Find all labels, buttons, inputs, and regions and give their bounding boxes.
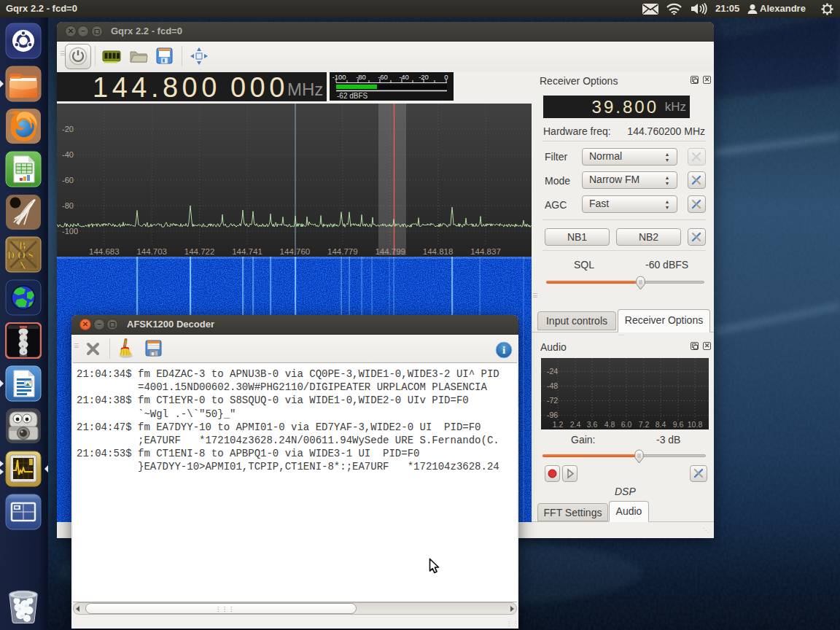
svg-text:-100: -100: [62, 227, 78, 236]
svg-text:144.818: 144.818: [423, 247, 454, 255]
svg-text:-80: -80: [62, 201, 74, 210]
svg-text:-80: -80: [356, 73, 366, 81]
svg-text:D: D: [7, 250, 15, 261]
svg-text:S: S: [28, 250, 34, 261]
svg-text:-60: -60: [378, 73, 388, 81]
svg-text:9.6: 9.6: [673, 420, 684, 429]
svg-text:8.4: 8.4: [656, 420, 666, 429]
svg-text:3.6: 3.6: [587, 420, 598, 429]
svg-text:O: O: [18, 250, 26, 261]
svg-text:144.779: 144.779: [327, 247, 358, 255]
svg-text:-40: -40: [399, 73, 409, 81]
svg-text:i: i: [502, 344, 505, 356]
svg-text:7.2: 7.2: [639, 420, 650, 429]
svg-text:-62 dBFS: -62 dBFS: [337, 92, 368, 100]
svg-text:-48: -48: [547, 381, 558, 390]
svg-text:-72: -72: [547, 396, 558, 405]
svg-text:10.8: 10.8: [688, 420, 703, 429]
svg-text:1.2: 1.2: [553, 420, 564, 429]
svg-text:-20: -20: [62, 125, 74, 133]
svg-text:-40: -40: [62, 150, 74, 159]
svg-text:2.4: 2.4: [570, 420, 581, 429]
svg-text:144.760: 144.760: [280, 247, 311, 255]
svg-text:4.8: 4.8: [604, 420, 615, 429]
svg-text:-100: -100: [332, 73, 346, 81]
svg-text:144.683: 144.683: [89, 247, 120, 255]
svg-text:6.0: 6.0: [621, 420, 632, 429]
svg-text:144.722: 144.722: [184, 247, 215, 255]
svg-text:-96: -96: [547, 411, 558, 419]
svg-text:-60: -60: [62, 176, 74, 184]
svg-text:144.703: 144.703: [136, 247, 167, 255]
svg-text:X: X: [19, 260, 26, 271]
svg-text:-24: -24: [547, 367, 558, 376]
svg-text:144.799: 144.799: [375, 247, 405, 255]
svg-text:144.741: 144.741: [232, 247, 262, 255]
svg-text:144.837: 144.837: [470, 247, 501, 255]
